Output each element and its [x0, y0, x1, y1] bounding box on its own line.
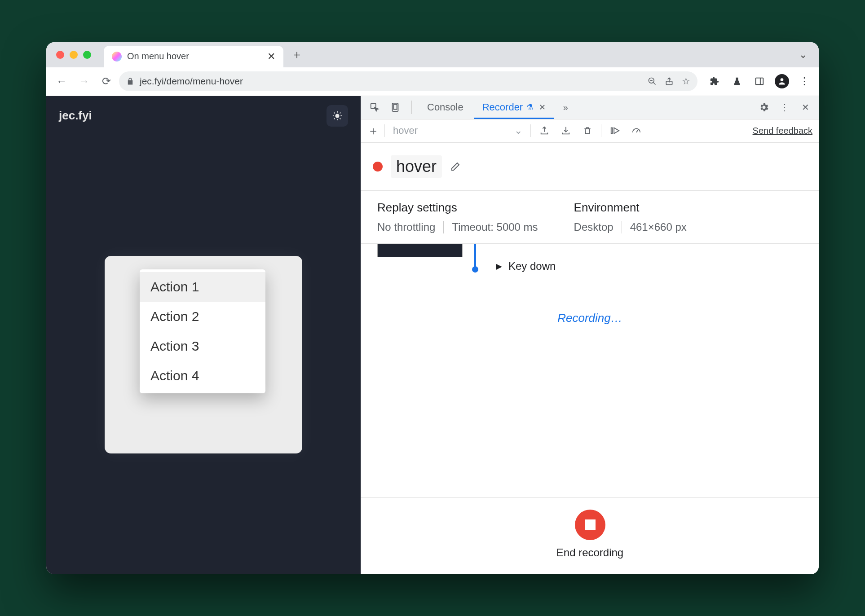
- recording-title: hover: [391, 155, 442, 178]
- experiment-icon: ⚗: [526, 102, 534, 112]
- recorder-toolbar: ＋ hover ⌄ Send feedback: [361, 119, 819, 143]
- theme-toggle-button[interactable]: [327, 105, 348, 127]
- svg-rect-19: [611, 128, 613, 134]
- recording-indicator-icon: [373, 162, 383, 172]
- browser-tab[interactable]: On menu hover ✕: [104, 46, 283, 67]
- export-icon[interactable]: [536, 123, 552, 139]
- new-recording-button[interactable]: ＋: [367, 123, 379, 139]
- minimize-window-button[interactable]: [70, 51, 78, 59]
- recording-select[interactable]: hover ⌄: [390, 123, 525, 139]
- recording-title-row: hover: [361, 143, 819, 190]
- delete-icon[interactable]: [579, 123, 596, 139]
- devtools-panel: Console Recorder ⚗ ✕ » ⋮ ✕ ＋ hover ⌄: [361, 96, 819, 574]
- svg-line-14: [334, 118, 335, 119]
- send-feedback-link[interactable]: Send feedback: [753, 126, 812, 136]
- lock-icon: [126, 77, 134, 85]
- share-icon[interactable]: [665, 77, 674, 86]
- reload-button[interactable]: ⟳: [97, 71, 116, 91]
- svg-point-6: [781, 78, 784, 81]
- environment-heading: Environment: [574, 201, 687, 215]
- timeout-value[interactable]: Timeout: 5000 ms: [452, 221, 538, 233]
- labs-icon[interactable]: [728, 72, 746, 90]
- devtools-tabstrip: Console Recorder ⚗ ✕ » ⋮ ✕: [361, 96, 819, 119]
- throttling-value[interactable]: No throttling: [377, 221, 435, 233]
- hover-menu: Action 1 Action 2 Action 3 Action 4: [140, 269, 265, 393]
- step-screenshot-thumb: [377, 244, 463, 257]
- viewport-value[interactable]: 461×660 px: [630, 221, 687, 233]
- zoom-out-icon[interactable]: [648, 77, 657, 86]
- tab-recorder[interactable]: Recorder ⚗ ✕: [474, 96, 554, 119]
- close-panel-tab-button[interactable]: ✕: [539, 102, 546, 112]
- maximize-window-button[interactable]: [83, 51, 91, 59]
- tab-favicon: [112, 52, 122, 62]
- browser-window: On menu hover ✕ ＋ ⌄ ← → ⟳ jec.fyi/demo/m…: [46, 42, 819, 574]
- device-value[interactable]: Desktop: [574, 221, 613, 233]
- profile-avatar[interactable]: [773, 72, 791, 90]
- omnibox[interactable]: jec.fyi/demo/menu-hover ☆: [119, 71, 697, 91]
- replay-settings-heading: Replay settings: [377, 201, 538, 215]
- end-recording-section: End recording: [361, 497, 819, 574]
- url-text: jec.fyi/demo/menu-hover: [140, 76, 642, 87]
- extensions-icon[interactable]: [706, 72, 724, 90]
- back-button[interactable]: ←: [52, 71, 71, 91]
- svg-line-21: [636, 130, 638, 132]
- end-recording-label: End recording: [556, 546, 623, 559]
- menu-item-1[interactable]: Action 1: [140, 272, 265, 302]
- close-devtools-button[interactable]: ✕: [796, 98, 814, 116]
- settings-icon[interactable]: [755, 98, 773, 116]
- svg-point-7: [335, 114, 339, 118]
- step-row[interactable]: ▶ Key down: [496, 260, 556, 273]
- devtools-menu-button[interactable]: ⋮: [776, 98, 794, 116]
- demo-card[interactable]: Hover me! Action 1 Action 2 Action 3 Act…: [105, 256, 302, 453]
- step-timeline: [474, 244, 476, 269]
- svg-line-15: [340, 112, 341, 113]
- expand-step-icon[interactable]: ▶: [496, 261, 502, 271]
- titlebar: On menu hover ✕ ＋ ⌄: [46, 42, 819, 67]
- environment-col: Environment Desktop 461×660 px: [574, 201, 687, 233]
- recording-steps: ▶ Key down Recording…: [361, 244, 819, 497]
- import-icon[interactable]: [558, 123, 574, 139]
- tab-title: On menu hover: [127, 51, 262, 62]
- svg-line-13: [340, 118, 341, 119]
- close-tab-button[interactable]: ✕: [267, 51, 275, 62]
- chevron-down-icon: ⌄: [514, 125, 522, 136]
- performance-icon[interactable]: [628, 123, 644, 139]
- svg-marker-20: [614, 128, 619, 134]
- recording-settings: Replay settings No throttling Timeout: 5…: [361, 190, 819, 244]
- window-controls: [56, 51, 91, 59]
- site-brand: jec.fyi: [59, 109, 92, 123]
- forward-button[interactable]: →: [74, 71, 94, 91]
- device-toolbar-icon[interactable]: [386, 98, 404, 116]
- replay-settings-col: Replay settings No throttling Timeout: 5…: [377, 201, 538, 233]
- step-label: Key down: [508, 260, 556, 273]
- star-icon[interactable]: ☆: [682, 76, 690, 87]
- menu-item-3[interactable]: Action 3: [140, 331, 265, 361]
- menu-item-4[interactable]: Action 4: [140, 361, 265, 391]
- address-bar: ← → ⟳ jec.fyi/demo/menu-hover ☆ ⋮: [46, 67, 819, 96]
- replay-icon[interactable]: [607, 123, 623, 139]
- end-recording-button[interactable]: [575, 510, 605, 540]
- recording-status: Recording…: [361, 311, 819, 325]
- browser-menu-button[interactable]: ⋮: [795, 72, 813, 90]
- side-panel-icon[interactable]: [750, 72, 768, 90]
- close-window-button[interactable]: [56, 51, 64, 59]
- tab-console[interactable]: Console: [419, 96, 472, 119]
- new-tab-button[interactable]: ＋: [288, 46, 306, 64]
- menu-item-2[interactable]: Action 2: [140, 302, 265, 331]
- svg-line-12: [334, 112, 335, 113]
- tabs-dropdown-button[interactable]: ⌄: [799, 49, 807, 61]
- edit-title-button[interactable]: [450, 161, 461, 172]
- svg-rect-18: [393, 105, 397, 110]
- svg-line-1: [653, 83, 656, 85]
- more-tabs-button[interactable]: »: [556, 98, 574, 116]
- svg-rect-4: [756, 78, 763, 85]
- inspect-element-icon[interactable]: [366, 98, 384, 116]
- page-viewport: jec.fyi Hover me! Action 1 Action 2 Acti…: [46, 96, 361, 574]
